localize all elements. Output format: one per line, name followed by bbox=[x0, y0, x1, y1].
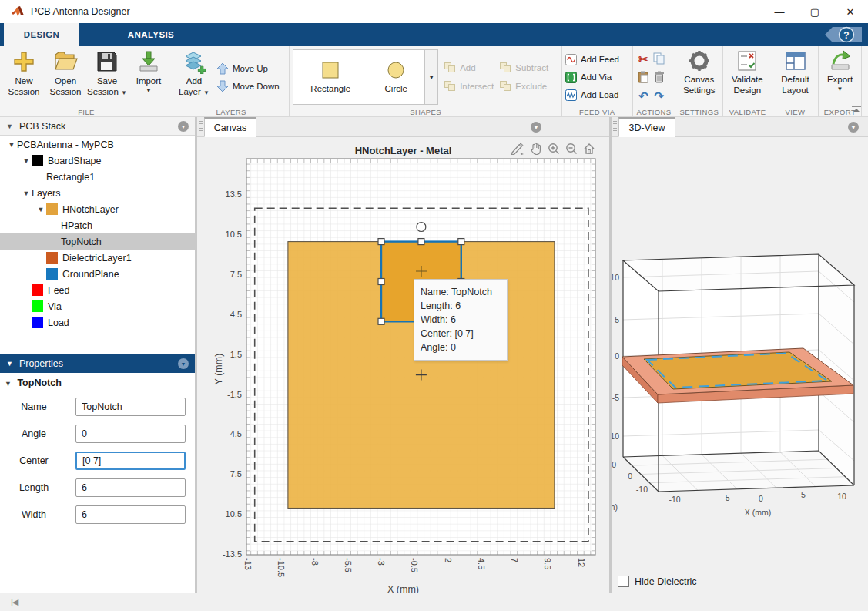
validate-design-button[interactable]: Validate Design bbox=[726, 48, 768, 105]
minimize-button[interactable]: — bbox=[762, 0, 797, 23]
x-tick-label: 9.5 bbox=[543, 558, 552, 569]
property-label: Angle bbox=[0, 428, 68, 439]
paste-button[interactable] bbox=[638, 71, 649, 83]
tree-expand-caret[interactable]: ▼ bbox=[21, 190, 32, 197]
hide-dielectric-checkbox[interactable] bbox=[618, 576, 629, 587]
shapes-gallery: Rectangle Circle bbox=[293, 49, 425, 105]
exclude-shapes-icon bbox=[500, 81, 511, 92]
rectangle-shape-button[interactable]: Rectangle bbox=[310, 61, 350, 93]
property-label: Width bbox=[0, 509, 68, 520]
x-axis-label: X (mm) bbox=[197, 584, 609, 593]
view3d-tab-menu-icon[interactable]: ▼ bbox=[848, 122, 859, 133]
toolstrip-end bbox=[862, 46, 868, 117]
tree-item-label: TopNotch bbox=[61, 237, 102, 247]
move-up-button[interactable]: Move Up bbox=[216, 59, 280, 77]
new-session-button[interactable]: New Session bbox=[3, 48, 45, 105]
view3d-plot[interactable]: 1050-5-10100-10-10-50510X (mm)Y (mm) bbox=[612, 137, 868, 574]
properties-menu-icon[interactable]: ▼ bbox=[178, 358, 189, 369]
canvas-settings-button[interactable]: Canvas Settings bbox=[679, 48, 719, 105]
canvas-plot[interactable] bbox=[197, 137, 609, 593]
collapse-left-panel-button[interactable]: |◀ bbox=[11, 597, 18, 607]
tree-expand-caret[interactable]: ▼ bbox=[21, 157, 32, 165]
subtract-boolean-button[interactable]: Subtract bbox=[500, 59, 548, 77]
move-down-icon bbox=[216, 80, 229, 92]
layer-color-chip bbox=[32, 317, 43, 328]
property-row-center: Center bbox=[0, 452, 195, 470]
tab-analysis[interactable]: ANALYSIS bbox=[79, 23, 223, 46]
width-field[interactable] bbox=[75, 505, 186, 524]
view3d-panel-grip[interactable] bbox=[613, 121, 617, 133]
add-feed-button[interactable]: Add Feed bbox=[565, 51, 629, 69]
help-question-glyph: ? bbox=[843, 30, 849, 41]
properties-section-header[interactable]: ▼ TopNotch bbox=[5, 378, 62, 388]
exclude-boolean-button[interactable]: Exclude bbox=[500, 77, 548, 96]
help-button[interactable]: ? bbox=[823, 25, 863, 44]
tree-item-pcbantenna-mypcb[interactable]: ▼PCBAntenna - MyPCB bbox=[0, 136, 195, 153]
properties-title: Properties bbox=[19, 358, 63, 369]
tree-item-label: HNotchLayer bbox=[62, 204, 119, 215]
tab-design[interactable]: DESIGN bbox=[4, 23, 79, 46]
undo-button[interactable]: ↶ bbox=[638, 90, 648, 102]
tree-item-groundplane[interactable]: GroundPlane bbox=[0, 266, 195, 282]
shapes-gallery-dropdown[interactable]: ▼ bbox=[425, 49, 438, 105]
tooltip-line: Width: 6 bbox=[421, 313, 501, 327]
property-row-name: Name bbox=[0, 398, 195, 416]
tree-item-via[interactable]: Via bbox=[0, 298, 195, 314]
center-field[interactable] bbox=[75, 452, 186, 470]
x-tick-label: 4.5 bbox=[477, 558, 486, 569]
open-session-button[interactable]: Open Session bbox=[45, 48, 86, 105]
pcb-stack-header[interactable]: ▼ PCB Stack ▼ bbox=[0, 117, 195, 136]
save-session-button[interactable]: Save Session ▼ bbox=[86, 48, 128, 105]
maximize-button[interactable]: ▢ bbox=[797, 0, 833, 23]
tree-expand-caret[interactable]: ▼ bbox=[35, 206, 46, 213]
group-actions: ✂ ↶ ↷ ACTIONS bbox=[633, 46, 676, 117]
property-label: Length bbox=[0, 482, 68, 493]
canvas-panel-grip[interactable] bbox=[199, 121, 203, 133]
hide-dielectric-label: Hide Dielectric bbox=[635, 576, 697, 587]
length-field[interactable] bbox=[75, 478, 186, 497]
tree-item-hpatch[interactable]: HPatch bbox=[0, 217, 195, 233]
add-boolean-button[interactable]: Add bbox=[444, 59, 494, 77]
add-layer-button[interactable]: Add Layer ▼ bbox=[176, 48, 212, 105]
tree-expand-caret[interactable]: ▼ bbox=[6, 141, 17, 149]
import-button[interactable]: Import ▼ bbox=[128, 48, 169, 105]
tree-item-rectangle1[interactable]: Rectangle1 bbox=[0, 169, 195, 185]
close-button[interactable]: ✕ bbox=[833, 0, 868, 23]
name-field[interactable] bbox=[75, 398, 186, 416]
default-layout-button[interactable]: Default Layout bbox=[776, 48, 815, 105]
export-button[interactable]: Export ▼ bbox=[822, 48, 858, 105]
group-file: New Session Open Session bbox=[0, 46, 173, 117]
tree-item-hnotchlayer[interactable]: ▼HNotchLayer bbox=[0, 201, 195, 217]
intersect-boolean-button[interactable]: Intersect bbox=[444, 77, 494, 96]
gear-icon bbox=[688, 49, 711, 72]
tab-3d-view[interactable]: 3D-View bbox=[618, 117, 675, 137]
export-icon bbox=[829, 49, 852, 72]
tree-item-dielectriclayer1[interactable]: DielectricLayer1 bbox=[0, 250, 195, 266]
add-load-button[interactable]: Add Load bbox=[565, 86, 629, 104]
properties-header[interactable]: ▼ Properties ▼ bbox=[0, 354, 195, 373]
collapse-toolstrip-button[interactable] bbox=[851, 105, 862, 114]
move-down-button[interactable]: Move Down bbox=[216, 77, 280, 95]
redo-button[interactable]: ↷ bbox=[654, 90, 664, 102]
tree-item-topnotch[interactable]: TopNotch bbox=[0, 233, 195, 250]
group-feed-via: Add Feed Add Via Add Load bbox=[562, 46, 633, 117]
add-via-button[interactable]: Add Via bbox=[565, 69, 629, 86]
delete-button[interactable] bbox=[654, 71, 665, 83]
circle-icon bbox=[387, 61, 405, 79]
pcb-stack-menu-icon[interactable]: ▼ bbox=[178, 121, 189, 132]
tree-item-layers[interactable]: ▼Layers bbox=[0, 185, 195, 201]
angle-field[interactable] bbox=[75, 425, 186, 443]
cut-button[interactable]: ✂ bbox=[638, 53, 648, 65]
canvas-tab-bar: Canvas ▼ bbox=[197, 117, 609, 137]
tree-item-feed[interactable]: Feed bbox=[0, 282, 195, 298]
tree-item-load[interactable]: Load bbox=[0, 314, 195, 331]
tab-canvas[interactable]: Canvas bbox=[204, 117, 256, 137]
circle-shape-button[interactable]: Circle bbox=[385, 61, 407, 93]
layer-color-chip bbox=[32, 155, 43, 166]
property-row-angle: Angle bbox=[0, 425, 195, 443]
copy-button[interactable] bbox=[653, 52, 665, 65]
rotate-handle[interactable] bbox=[417, 223, 426, 232]
tree-item-boardshape[interactable]: ▼BoardShape bbox=[0, 153, 195, 169]
canvas-tab-menu-icon[interactable]: ▼ bbox=[531, 122, 541, 133]
y-axis-label: Y (mm) bbox=[213, 346, 224, 392]
